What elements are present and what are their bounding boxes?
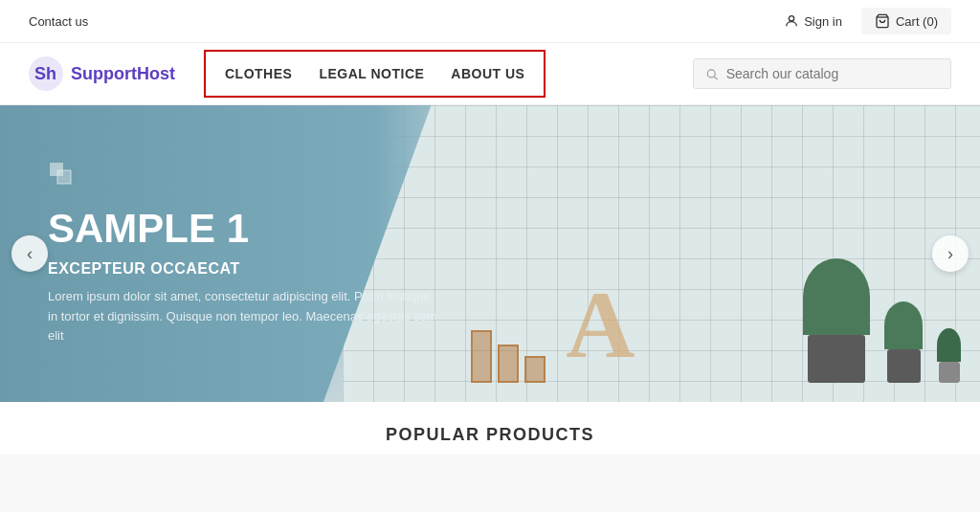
popular-products-title: POPULAR PRODUCTS — [0, 425, 980, 445]
popular-products-section: POPULAR PRODUCTS — [0, 402, 980, 455]
chevron-left-icon: ‹ — [27, 244, 33, 264]
search-box[interactable] — [693, 58, 951, 89]
search-input[interactable] — [726, 66, 939, 81]
search-icon — [705, 67, 719, 81]
hero-description: Lorem ipsum dolor sit amet, consectetur … — [48, 287, 442, 346]
hero-title: SAMPLE 1 — [48, 207, 442, 251]
nav-item-clothes[interactable]: CLOTHES — [225, 66, 292, 81]
chevron-right-icon: › — [947, 244, 953, 264]
hero-subtitle: EXCEPTEUR OCCAECAT — [48, 260, 442, 278]
sign-in-link[interactable]: Sign in — [784, 13, 842, 29]
cart-link[interactable]: Cart (0) — [861, 8, 951, 34]
hero-next-button[interactable]: › — [932, 235, 969, 272]
hero-prev-button[interactable]: ‹ — [11, 235, 48, 272]
nav-menu: CLOTHES LEGAL NOTICE ABOUT US — [204, 50, 546, 98]
svg-point-0 — [790, 16, 794, 21]
svg-line-5 — [714, 77, 717, 79]
contact-us-link[interactable]: Contact us — [29, 14, 88, 29]
svg-rect-7 — [57, 170, 71, 184]
logo-icon: Sh — [29, 56, 63, 91]
main-nav: Sh SupportHost CLOTHES LEGAL NOTICE ABOU… — [0, 43, 980, 105]
svg-text:Sh: Sh — [34, 64, 56, 83]
logo-text: SupportHost — [71, 64, 175, 84]
hero-content: SAMPLE 1 EXCEPTEUR OCCAECAT Lorem ipsum … — [0, 105, 490, 402]
hero-slider: SAMPLE 1 EXCEPTEUR OCCAECAT Lorem ipsum … — [0, 105, 980, 402]
person-icon — [784, 13, 799, 29]
logo[interactable]: Sh SupportHost — [29, 56, 175, 91]
top-bar: Contact us Sign in Cart (0) — [0, 0, 980, 43]
nav-item-about-us[interactable]: ABOUT US — [451, 66, 524, 81]
top-bar-right: Sign in Cart (0) — [784, 8, 951, 34]
cart-icon — [875, 13, 890, 29]
svg-point-4 — [707, 69, 715, 77]
hero-brand-icon — [48, 161, 82, 195]
nav-item-legal-notice[interactable]: LEGAL NOTICE — [319, 66, 424, 81]
